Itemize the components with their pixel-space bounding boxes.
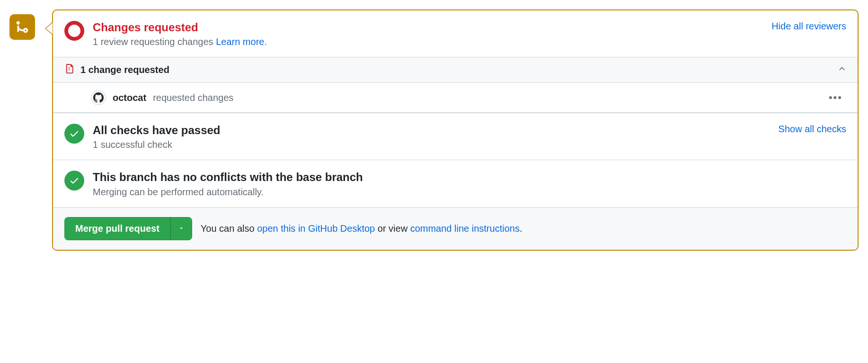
review-status-title: Changes requested <box>93 20 846 35</box>
reviewer-action: requested changes <box>153 92 233 103</box>
check-success-icon <box>64 124 84 144</box>
review-status-subtitle: 1 review requesting changes Learn more. <box>93 36 846 47</box>
changes-requested-icon <box>64 21 84 41</box>
merge-footer: Merge pull request You can also open thi… <box>53 207 858 250</box>
merge-footer-text: You can also open this in GitHub Desktop… <box>201 223 523 234</box>
git-merge-badge <box>9 14 35 40</box>
avatar[interactable] <box>91 90 106 105</box>
review-status-section: Changes requested 1 review requesting ch… <box>53 10 858 57</box>
checks-section: All checks have passed 1 successful chec… <box>53 113 858 160</box>
git-merge-icon <box>16 20 29 34</box>
merge-button-group: Merge pull request <box>64 217 192 240</box>
changes-subheader[interactable]: 1 change requested <box>53 57 858 83</box>
changes-subheader-label: 1 change requested <box>80 64 169 75</box>
open-desktop-link[interactable]: open this in GitHub Desktop <box>257 223 375 234</box>
chevron-up-icon[interactable] <box>838 64 846 75</box>
caret-down-icon <box>178 226 184 231</box>
conflicts-subtitle: Merging can be performed automatically. <box>93 187 846 198</box>
conflicts-section: This branch has no conflicts with the ba… <box>53 160 858 207</box>
show-checks-link[interactable]: Show all checks <box>779 124 846 135</box>
octocat-icon <box>93 92 104 103</box>
file-diff-icon <box>64 64 74 76</box>
merge-pull-request-button[interactable]: Merge pull request <box>64 217 170 240</box>
reviewer-row: octocat requested changes ••• <box>53 83 858 113</box>
reviewer-username[interactable]: octocat <box>113 92 146 103</box>
checks-subtitle: 1 successful check <box>93 139 846 150</box>
checks-title: All checks have passed <box>93 123 846 137</box>
merge-status-panel: Changes requested 1 review requesting ch… <box>52 9 859 251</box>
learn-more-link[interactable]: Learn more. <box>216 36 267 47</box>
hide-reviewers-link[interactable]: Hide all reviewers <box>771 21 846 32</box>
kebab-menu-icon[interactable]: ••• <box>825 90 846 106</box>
no-conflicts-icon <box>64 171 84 191</box>
conflicts-title: This branch has no conflicts with the ba… <box>93 170 846 184</box>
merge-options-dropdown[interactable] <box>170 217 192 240</box>
cli-instructions-link[interactable]: command line instructions <box>410 223 520 234</box>
speech-connector <box>35 18 52 37</box>
